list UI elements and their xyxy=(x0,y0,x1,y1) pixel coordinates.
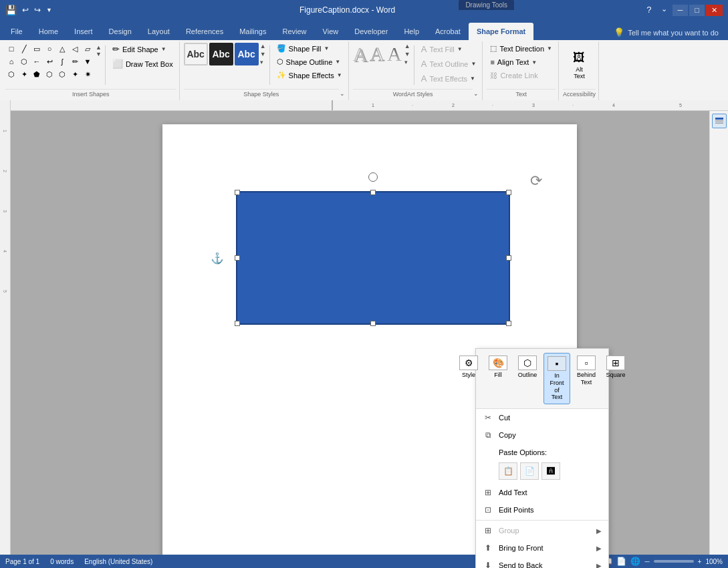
tab-shape-format[interactable]: Shape Format xyxy=(469,23,533,40)
tab-design[interactable]: Design xyxy=(101,23,140,40)
tab-home[interactable]: Home xyxy=(31,23,66,40)
ctx-copy[interactable]: ⧉ Copy xyxy=(476,426,608,444)
zoom-in[interactable]: + xyxy=(698,558,702,565)
rotate-handle[interactable] xyxy=(368,172,378,182)
ctx-cut[interactable]: ✂ Cut xyxy=(476,409,608,426)
redo-icon[interactable]: ↪ xyxy=(34,5,41,15)
wrap-option-behind-text[interactable]: ▫ BehindText xyxy=(573,353,600,404)
shape-style-3[interactable]: Abc xyxy=(235,43,259,65)
ctx-edit-points[interactable]: ⊡ Edit Points xyxy=(476,501,608,519)
handle-bottom-right[interactable] xyxy=(506,321,511,326)
shape-rounded-rect[interactable]: ▭ xyxy=(31,43,43,55)
shape-misc7[interactable]: ✷ xyxy=(82,68,94,80)
shape-curve[interactable]: ∫ xyxy=(56,55,68,67)
shape-style-1[interactable]: Abc xyxy=(184,43,208,65)
shape-outline-button[interactable]: ⬡ Shape Outline ▼ xyxy=(273,56,346,67)
handle-top-right[interactable] xyxy=(506,190,511,195)
paste-option-2[interactable]: 📄 xyxy=(520,462,539,480)
tab-file[interactable]: File xyxy=(3,23,31,40)
shape-misc5[interactable]: ⬡ xyxy=(56,68,68,80)
wrap-option-style[interactable]: ⚙ Style xyxy=(455,353,482,404)
wordart-a-shadow[interactable]: A xyxy=(353,44,368,64)
tab-references[interactable]: References xyxy=(178,23,231,40)
create-link-button[interactable]: ⛓ Create Link xyxy=(487,70,541,81)
tab-review[interactable]: Review xyxy=(275,23,315,40)
shape-misc4[interactable]: ⬡ xyxy=(43,68,55,80)
paste-option-1[interactable]: 📋 xyxy=(499,462,517,480)
wordart-styles-expand[interactable]: ⌄ xyxy=(473,90,479,98)
wordart-a-gradient[interactable]: A xyxy=(387,44,402,64)
wrap-option-in-front-of-text[interactable]: ▪ In Frontof Text xyxy=(543,353,570,404)
edit-shape-button[interactable]: ✏ Edit Shape ▼ xyxy=(109,43,176,55)
tab-layout[interactable]: Layout xyxy=(140,23,178,40)
ctx-bring-to-front[interactable]: ⬆ Bring to Front ▶ xyxy=(476,539,608,557)
align-text-button[interactable]: ≡ Align Text ▼ xyxy=(487,57,540,67)
tab-help[interactable]: Help xyxy=(396,23,427,40)
zoom-out[interactable]: ─ xyxy=(644,558,649,565)
shape-scroll-down[interactable]: ▼ xyxy=(82,55,94,67)
handle-middle-left[interactable] xyxy=(235,255,240,261)
text-fill-button[interactable]: A Text Fill ▼ xyxy=(418,43,480,55)
handle-bottom-center[interactable] xyxy=(370,321,376,326)
shapes-scroll-down[interactable]: ▼ xyxy=(96,51,102,57)
maximize-button[interactable]: □ xyxy=(689,5,705,16)
wrap-option-fill[interactable]: 🎨 Fill xyxy=(485,353,511,404)
tab-developer[interactable]: Developer xyxy=(346,23,396,40)
tell-me-bar[interactable]: 💡 Tell me what you want to do xyxy=(607,25,725,40)
wordart-scroll-up[interactable]: ▲ xyxy=(404,43,410,49)
styles-scroll-up[interactable]: ▲ xyxy=(260,43,266,49)
ribbon-toggle[interactable]: ⌄ xyxy=(657,5,671,16)
shape-style-2[interactable]: Abc xyxy=(209,43,233,65)
shape-misc2[interactable]: ✦ xyxy=(18,68,30,80)
tab-view[interactable]: View xyxy=(315,23,347,40)
shape-fill-button[interactable]: 🪣 Shape Fill ▼ xyxy=(273,43,346,54)
shape-misc6[interactable]: ✦ xyxy=(69,68,81,80)
shape-bend-arrow[interactable]: ↩ xyxy=(43,55,55,67)
view-print-layout[interactable]: 📄 xyxy=(616,557,626,566)
paste-option-3[interactable]: 🅰 xyxy=(541,462,560,480)
shape-line[interactable]: ╱ xyxy=(18,43,30,55)
quick-access-dropdown[interactable]: ▼ xyxy=(46,7,52,13)
text-direction-button[interactable]: ⬚ Text Direction ▼ xyxy=(487,43,556,54)
shape-freeform[interactable]: ✏ xyxy=(69,55,81,67)
text-outline-button[interactable]: A Text Outline ▼ xyxy=(418,57,480,70)
tab-insert[interactable]: Insert xyxy=(66,23,101,40)
ctx-send-to-back[interactable]: ⬇ Send to Back ▶ xyxy=(476,557,608,568)
shape-right-triangle[interactable]: ◁ xyxy=(69,43,81,55)
ctx-add-text[interactable]: ⊞ Add Text xyxy=(476,484,608,501)
shape-triangle[interactable]: △ xyxy=(56,43,68,55)
view-web-layout[interactable]: 🌐 xyxy=(630,557,640,566)
styles-more[interactable]: ▾ xyxy=(260,59,266,65)
shape-misc1[interactable]: ⬡ xyxy=(5,68,17,80)
wordart-scroll-down[interactable]: ▼ xyxy=(404,51,410,57)
shape-parallelogram[interactable]: ▱ xyxy=(82,43,94,55)
blue-rectangle[interactable]: ⚓ ⟳ xyxy=(236,191,510,325)
handle-bottom-left[interactable] xyxy=(235,321,240,326)
wordart-a-outline[interactable]: A xyxy=(370,44,384,64)
alt-text-button[interactable]: 🖼 AltText xyxy=(563,49,595,82)
text-effects-button[interactable]: A Text Effects ▼ xyxy=(418,72,480,85)
shape-rect[interactable]: □ xyxy=(5,43,17,55)
shape-misc3[interactable]: ⬟ xyxy=(31,68,43,80)
undo-icon[interactable]: ↩ xyxy=(22,5,29,15)
shape-styles-expand[interactable]: ⌄ xyxy=(339,90,346,98)
wordart-more[interactable]: ▾ xyxy=(404,59,410,65)
tab-acrobat[interactable]: Acrobat xyxy=(427,23,469,40)
save-icon[interactable]: 💾 xyxy=(5,5,17,15)
tab-mailings[interactable]: Mailings xyxy=(231,23,274,40)
handle-middle-right[interactable] xyxy=(506,255,511,261)
ctx-group[interactable]: ⊞ Group ▶ xyxy=(476,522,608,539)
close-button[interactable]: ✕ xyxy=(706,5,723,16)
minimize-button[interactable]: ─ xyxy=(673,5,689,16)
shapes-scroll-up[interactable]: ▲ xyxy=(96,44,102,51)
draw-text-box-button[interactable]: ⬜ Draw Text Box xyxy=(109,57,176,70)
handle-top-left[interactable] xyxy=(235,190,240,195)
shape-arrow[interactable]: ← xyxy=(31,55,43,67)
wrap-option-outline[interactable]: ⬡ Outline xyxy=(514,353,541,404)
handle-top-center[interactable] xyxy=(370,190,376,195)
shape-hexagon[interactable]: ⬡ xyxy=(18,55,30,67)
shape-ellipse[interactable]: ○ xyxy=(43,43,55,55)
shape-trapezoid[interactable]: ⌂ xyxy=(5,55,17,67)
help-icon[interactable]: ? xyxy=(642,5,655,16)
side-layout-icon[interactable] xyxy=(712,114,727,128)
